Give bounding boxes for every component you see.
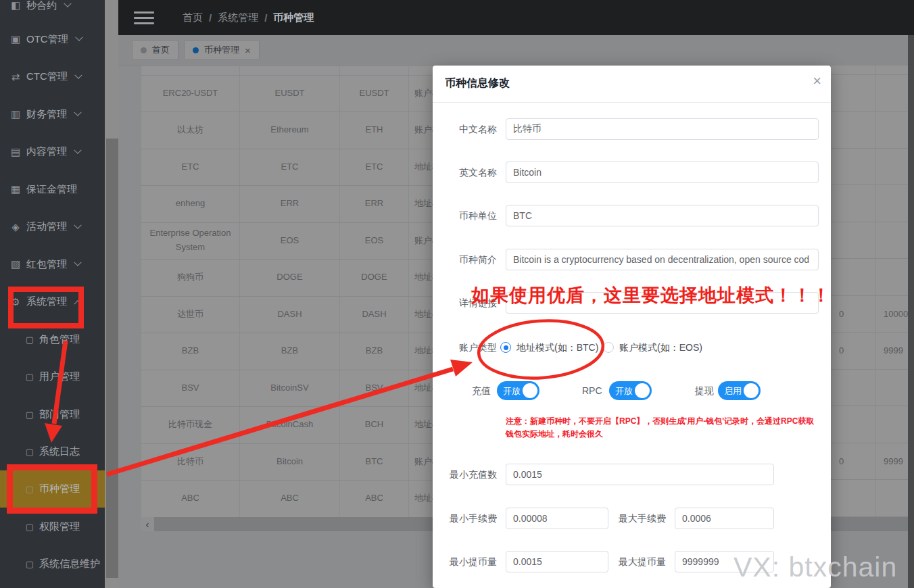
diamond-icon: ◈ xyxy=(9,221,22,233)
briefcase-icon: ▣ xyxy=(9,33,22,45)
radio-account-mode[interactable] xyxy=(603,342,614,353)
folder-icon: ▤ xyxy=(9,146,22,158)
field-label-cn: 中文名称 xyxy=(433,118,497,140)
rpc-label: RPC xyxy=(582,381,602,400)
currency-edit-dialog: 币种信息修改 × 中文名称 英文名称 币种单位 币种简介 详情链接 账户类型 地… xyxy=(433,66,831,588)
file-icon: ▢ xyxy=(24,335,36,345)
sidebar: ◧ 秒合约 ▣ OTC管理 ⇄ CTC管理 ▥ 财务管理 ▤ 内容管理 ▦ 保证… xyxy=(0,0,105,588)
breadcrumb-system[interactable]: 系统管理 xyxy=(218,11,258,24)
cube-icon: ◧ xyxy=(9,0,22,11)
min-deposit-input[interactable] xyxy=(506,464,774,485)
gear-icon: ⚙ xyxy=(9,296,22,308)
dialog-header: 币种信息修改 × xyxy=(433,66,831,103)
sidebar-item-activity[interactable]: ◈ 活动管理 xyxy=(0,208,105,245)
withdraw-toggle[interactable]: 启用 xyxy=(718,381,761,400)
sidebar-item-otc[interactable]: ▣ OTC管理 xyxy=(0,21,105,58)
intro-input[interactable] xyxy=(506,249,819,270)
field-label-en: 英文名称 xyxy=(433,162,497,183)
field-label-account-type: 账户类型 xyxy=(433,337,497,358)
finance-chart-icon: ▥ xyxy=(9,108,22,120)
page-scrollbar-thumb[interactable] xyxy=(106,139,118,578)
unit-input[interactable] xyxy=(506,205,819,226)
top-navbar: 首页 / 系统管理 / 币种管理 xyxy=(118,0,914,35)
toggle-knob xyxy=(635,383,650,398)
close-icon[interactable]: × xyxy=(813,74,821,89)
radio-address-mode-label[interactable]: 地址模式(如：BTC) xyxy=(516,342,598,353)
chevron-down-icon xyxy=(75,34,82,41)
breadcrumb: 首页 / 系统管理 / 币种管理 xyxy=(183,11,314,24)
chevron-down-icon xyxy=(64,0,71,7)
chevron-down-icon xyxy=(74,109,81,116)
chevron-down-icon xyxy=(74,146,81,153)
sidebar-item-role-mgmt[interactable]: ▢ 角色管理 xyxy=(0,321,105,358)
chevron-down-icon xyxy=(74,259,81,266)
breadcrumb-separator: / xyxy=(264,12,267,24)
annotation-headline: 如果使用优盾，这里要选择地址模式！！！ xyxy=(471,283,831,308)
deposit-toggle[interactable]: 开放 xyxy=(497,381,539,400)
cn-name-input[interactable] xyxy=(506,118,819,140)
field-label-max-fee: 最大手续费 xyxy=(605,508,666,529)
field-label-min-fee: 最小手续费 xyxy=(433,508,497,529)
sidebar-item-margin[interactable]: ▦ 保证金管理 xyxy=(0,171,105,208)
en-name-input[interactable] xyxy=(506,162,819,183)
sidebar-item-dept-mgmt[interactable]: ▢ 部门管理 xyxy=(0,396,105,433)
radio-account-mode-label[interactable]: 账户模式(如：EOS) xyxy=(619,342,702,353)
watermark: VX: btxchain xyxy=(733,552,897,583)
sidebar-item-redpacket[interactable]: ▧ 红包管理 xyxy=(0,246,105,283)
file-icon: ▢ xyxy=(24,372,36,382)
breadcrumb-current: 币种管理 xyxy=(273,11,314,24)
toggle-knob xyxy=(523,383,537,398)
withdraw-label: 提现 xyxy=(695,381,714,400)
file-icon: ▢ xyxy=(24,410,36,420)
min-fee-input[interactable] xyxy=(506,508,608,529)
file-icon: ▢ xyxy=(24,522,36,532)
rpc-toggle[interactable]: 开放 xyxy=(609,381,652,400)
field-label-max-withdraw: 最大提币量 xyxy=(605,551,666,572)
radio-address-mode[interactable] xyxy=(500,342,511,353)
chevron-down-icon xyxy=(74,71,82,78)
field-label-min-withdraw: 最小提币量 xyxy=(433,551,497,572)
field-label-unit: 币种单位 xyxy=(433,205,497,226)
sidebar-item-finance[interactable]: ▥ 财务管理 xyxy=(0,96,105,133)
app-screen: ◧ 秒合约 ▣ OTC管理 ⇄ CTC管理 ▥ 财务管理 ▤ 内容管理 ▦ 保证… xyxy=(0,0,914,588)
sidebar-item-user-mgmt[interactable]: ▢ 用户管理 xyxy=(0,358,105,395)
file-icon: ▢ xyxy=(24,559,36,569)
hamburger-menu-icon[interactable] xyxy=(134,11,154,24)
dialog-title: 币种信息修改 xyxy=(445,76,510,91)
rpc-warning-note: 注意：新建币种时，不要开启【RPC】，否则生成'用户-钱包'记录时，会通过RPC… xyxy=(506,415,821,441)
field-label-min-deposit: 最小充值数 xyxy=(433,464,497,485)
card-icon: ▦ xyxy=(9,183,22,195)
toggle-knob xyxy=(744,383,759,398)
sidebar-item-system-log[interactable]: ▢ 系统日志 xyxy=(0,433,105,470)
chevron-up-icon xyxy=(74,300,81,308)
deposit-label: 充值 xyxy=(460,381,491,400)
file-icon: ▢ xyxy=(24,447,36,457)
sidebar-item-currency-mgmt[interactable]: ▢ 币种管理 xyxy=(0,470,105,508)
file-icon: ▢ xyxy=(24,484,36,494)
sidebar-item-system-info[interactable]: ▢ 系统信息维护 xyxy=(0,545,105,583)
min-withdraw-input[interactable] xyxy=(506,551,608,572)
max-fee-input[interactable] xyxy=(675,508,774,529)
breadcrumb-home[interactable]: 首页 xyxy=(183,11,203,24)
sidebar-item-content[interactable]: ▤ 内容管理 xyxy=(0,133,105,170)
sidebar-item-system[interactable]: ⚙ 系统管理 xyxy=(0,283,105,320)
breadcrumb-separator: / xyxy=(209,12,212,24)
field-label-intro: 币种简介 xyxy=(433,249,497,270)
sidebar-item-ctc[interactable]: ⇄ CTC管理 xyxy=(0,58,105,95)
exchange-icon: ⇄ xyxy=(9,71,22,83)
chevron-down-icon xyxy=(74,221,81,228)
sidebar-item-permission-mgmt[interactable]: ▢ 权限管理 xyxy=(0,508,105,545)
envelope-icon: ▧ xyxy=(9,258,22,270)
